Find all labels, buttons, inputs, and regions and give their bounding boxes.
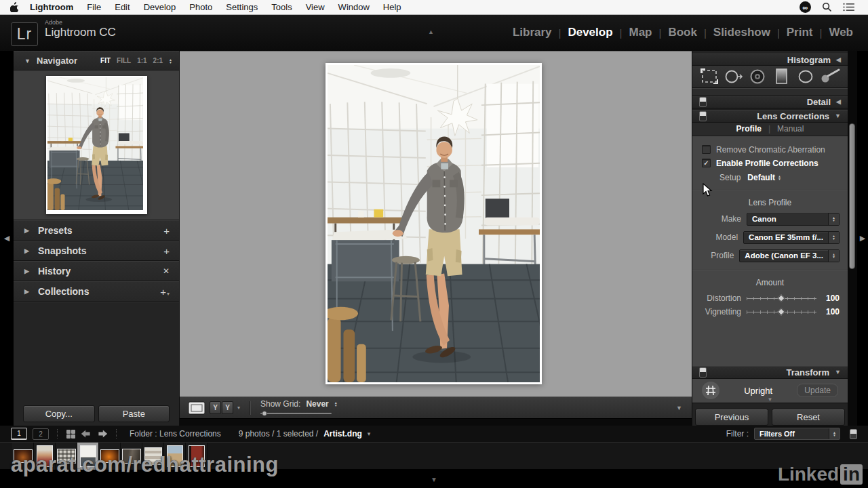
zoom-2-1[interactable]: 2:1 [153, 57, 163, 64]
menu-photo[interactable]: Photo [182, 0, 219, 15]
radial-filter-tool-icon[interactable] [795, 67, 816, 86]
enable-profile-corrections-checkbox[interactable]: ✓ [702, 159, 711, 167]
lens-corrections-switch-icon[interactable] [699, 111, 707, 121]
menu-edit[interactable]: Edit [108, 0, 136, 15]
menu-window[interactable]: Window [332, 0, 376, 15]
apple-menu[interactable] [5, 2, 23, 12]
zoom-fit[interactable]: FIT [100, 57, 111, 64]
snapshots-disclosure-icon[interactable]: ▶ [24, 247, 31, 254]
collections-panel-header[interactable]: ▶ Collections + ▾ [14, 281, 179, 302]
presets-panel-header[interactable]: ▶ Presets + [14, 220, 179, 241]
right-panel-collapse-arrow[interactable]: ▶ [857, 51, 868, 426]
menu-lightroom[interactable]: Lightroom [23, 0, 80, 15]
adjustment-brush-tool-icon[interactable] [819, 67, 841, 86]
selected-filename[interactable]: Artist.dng [323, 429, 362, 439]
navigator-disclosure-icon[interactable]: ▼ [24, 58, 31, 64]
collapse-bottom-arrow[interactable]: ▼ [431, 476, 437, 483]
setup-value-dropdown[interactable]: Default ▲ ▼ [747, 173, 781, 182]
histogram-panel-header[interactable]: Histogram ◀ [692, 54, 848, 66]
vignetting-slider-thumb[interactable] [778, 308, 785, 315]
module-print[interactable]: Print [780, 26, 820, 39]
zoom-1-1[interactable]: 1:1 [137, 57, 146, 64]
profile-stepper-icon[interactable]: ▲ ▼ [828, 250, 839, 262]
menu-file[interactable]: File [80, 0, 108, 15]
main-photo[interactable] [326, 63, 542, 384]
toolbar-options-caret-icon[interactable]: ▼ [676, 405, 686, 411]
vignetting-slider[interactable] [747, 308, 816, 316]
history-disclosure-icon[interactable]: ▶ [24, 268, 31, 274]
transform-panel-header[interactable]: Transform ▼ [692, 366, 848, 379]
histogram-collapsed-icon[interactable]: ◀ [836, 56, 841, 63]
loupe-view-icon[interactable] [188, 401, 205, 415]
detail-panel-header[interactable]: Detail ◀ [692, 96, 848, 108]
module-library[interactable]: Library [506, 26, 559, 39]
navigator-thumbnail[interactable] [46, 76, 147, 214]
collections-disclosure-icon[interactable]: ▶ [24, 288, 31, 295]
distortion-slider[interactable] [747, 294, 816, 302]
filter-stepper-icon[interactable]: ▲ ▼ [829, 428, 840, 439]
before-after-caret-icon[interactable]: ▾ [237, 405, 240, 411]
previous-button[interactable]: Previous [695, 409, 768, 426]
model-stepper-icon[interactable]: ▲ ▼ [828, 232, 839, 243]
next-photo-arrow-icon[interactable] [97, 429, 108, 439]
graduated-filter-tool-icon[interactable] [771, 67, 791, 86]
module-book[interactable]: Book [661, 26, 704, 39]
snapshots-panel-header[interactable]: ▶ Snapshots + [14, 241, 179, 261]
crop-overlay-tool-icon[interactable] [699, 67, 719, 86]
before-after-view-icon[interactable]: Y Y [210, 401, 233, 414]
show-grid-stepper[interactable]: ▲ ▼ [334, 401, 338, 407]
zoom-stepper[interactable]: ▲ ▼ [169, 58, 172, 64]
previous-photo-arrow-icon[interactable] [81, 429, 92, 439]
upright-grid-icon[interactable] [702, 382, 719, 399]
paste-button[interactable]: Paste [98, 405, 170, 422]
menu-develop[interactable]: Develop [137, 0, 183, 15]
grid-size-slider[interactable] [260, 411, 332, 416]
model-dropdown[interactable]: Canon EF 35mm f/... ▲ ▼ [743, 231, 840, 244]
module-map[interactable]: Map [622, 26, 658, 39]
filename-caret-icon[interactable]: ▾ [368, 430, 371, 437]
control-center-icon[interactable] [843, 3, 854, 12]
make-stepper-icon[interactable]: ▲ ▼ [828, 214, 839, 225]
update-button[interactable]: Update [797, 384, 838, 397]
remove-chromatic-aberration-checkbox[interactable] [702, 145, 711, 154]
presets-add-button[interactable]: + [163, 225, 170, 237]
red-eye-tool-icon[interactable] [747, 67, 768, 86]
filter-switch-icon[interactable] [850, 429, 857, 439]
right-panel-scrollbar[interactable] [849, 102, 855, 346]
zoom-fill[interactable]: FILL [117, 57, 131, 64]
module-slideshow[interactable]: Slideshow [707, 26, 777, 39]
creative-cloud-icon[interactable]: ∞ [800, 1, 811, 13]
remove-chromatic-aberration-label[interactable]: Remove Chromatic Aberration [716, 145, 825, 155]
panel-scroll-caret-icon[interactable]: ▼ [768, 396, 773, 403]
detail-collapsed-icon[interactable]: ◀ [836, 98, 841, 105]
spot-removal-tool-icon[interactable] [723, 67, 743, 86]
show-grid-value[interactable]: Never [306, 399, 328, 409]
navigator-preview[interactable] [14, 70, 179, 220]
collections-add-button[interactable]: + ▾ [160, 286, 170, 298]
profile-dropdown[interactable]: Adobe (Canon EF 3... ▲ ▼ [739, 249, 840, 262]
lens-corrections-expanded-icon[interactable]: ▼ [835, 113, 841, 119]
main-window-button[interactable]: 1 [11, 428, 27, 440]
history-panel-header[interactable]: ▶ History ✕ [14, 261, 179, 281]
enable-profile-corrections-label[interactable]: Enable Profile Corrections [716, 159, 818, 168]
scrollbar-thumb[interactable] [849, 123, 855, 269]
transform-expanded-icon[interactable]: ▼ [835, 369, 841, 375]
navigator-header[interactable]: ▼ Navigator FIT FILL 1:1 2:1 ▲ ▼ [14, 51, 179, 70]
tab-profile[interactable]: Profile [736, 124, 762, 134]
slider-knob[interactable] [262, 411, 267, 416]
grid-view-icon[interactable] [66, 430, 75, 439]
distortion-slider-thumb[interactable] [778, 294, 785, 302]
menu-help[interactable]: Help [376, 0, 408, 15]
history-clear-button[interactable]: ✕ [163, 266, 170, 276]
spotlight-search-icon[interactable] [822, 2, 832, 12]
transform-switch-icon[interactable] [699, 367, 707, 378]
detail-switch-icon[interactable] [699, 97, 707, 107]
snapshots-add-button[interactable]: + [163, 245, 170, 257]
menu-view[interactable]: View [299, 0, 332, 15]
folder-breadcrumb[interactable]: Folder : Lens Corrections [130, 429, 221, 439]
reset-button[interactable]: Reset [772, 409, 845, 426]
make-dropdown[interactable]: Canon ▲ ▼ [747, 213, 840, 226]
copy-button[interactable]: Copy... [23, 405, 95, 422]
secondary-window-button[interactable]: 2 [33, 428, 49, 440]
module-web[interactable]: Web [822, 26, 860, 39]
